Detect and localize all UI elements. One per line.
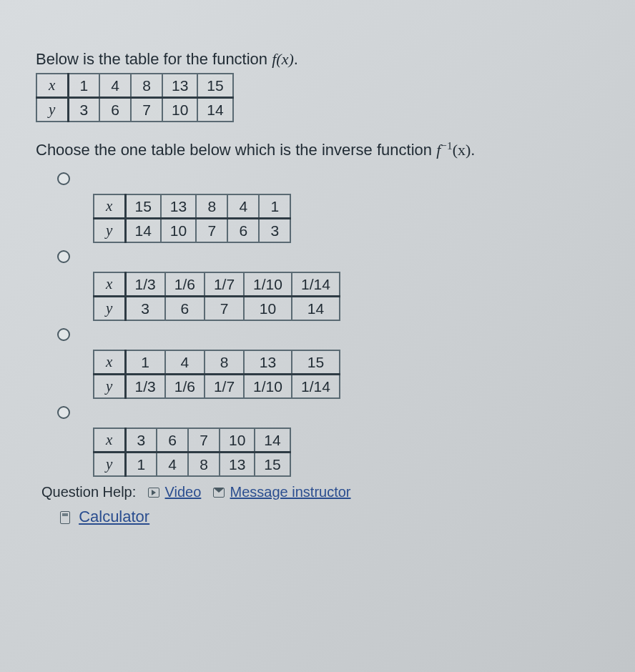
option-1[interactable]: x 15 13 8 4 1 y 14 10 7 6 3 — [53, 172, 622, 243]
option-4[interactable]: x 3 6 7 10 14 y 1 4 8 13 15 — [53, 406, 622, 477]
help-label: Question Help: — [41, 484, 136, 500]
option-1-table: x 15 13 8 4 1 y 14 10 7 6 3 — [93, 194, 291, 243]
intro-text: Below is the table for the function f(x)… — [36, 50, 622, 69]
radio-icon[interactable] — [57, 250, 70, 263]
f-row-head: x — [36, 74, 68, 98]
f-table: x 1 4 8 13 15 y 3 6 7 10 14 — [36, 73, 234, 122]
option-3-table: x 1 4 8 13 15 y 1/3 1/6 1/7 1/10 1/14 — [93, 350, 340, 399]
radio-icon[interactable] — [57, 172, 70, 185]
video-icon — [148, 488, 159, 498]
radio-icon[interactable] — [57, 328, 70, 341]
intro-prefix: Below is the table for the function — [36, 50, 272, 68]
radio-icon[interactable] — [57, 406, 70, 419]
option-3[interactable]: x 1 4 8 13 15 y 1/3 1/6 1/7 1/10 1/14 — [53, 328, 622, 399]
options-group: x 15 13 8 4 1 y 14 10 7 6 3 — [53, 172, 622, 477]
video-link[interactable]: Video — [165, 484, 202, 500]
option-2-table: x 1/3 1/6 1/7 1/10 1/14 y 3 6 7 10 14 — [93, 272, 340, 321]
calculator-icon — [60, 511, 70, 524]
message-instructor-link[interactable]: Message instructor — [230, 484, 351, 500]
mail-icon — [213, 488, 225, 498]
calculator-link[interactable]: Calculator — [79, 508, 149, 525]
intro-function: f(x) — [272, 50, 294, 68]
calculator-row: Calculator — [60, 508, 622, 526]
question-help-row: Question Help: Video Message instructor — [41, 484, 622, 500]
option-4-table: x 3 6 7 10 14 y 1 4 8 13 15 — [93, 428, 291, 477]
f-row-head: y — [36, 98, 68, 122]
prompt-inverse: Choose the one table below which is the … — [36, 139, 622, 159]
option-2[interactable]: x 1/3 1/6 1/7 1/10 1/14 y 3 6 7 10 14 — [53, 250, 622, 321]
question-body: Below is the table for the function f(x)… — [36, 50, 622, 526]
